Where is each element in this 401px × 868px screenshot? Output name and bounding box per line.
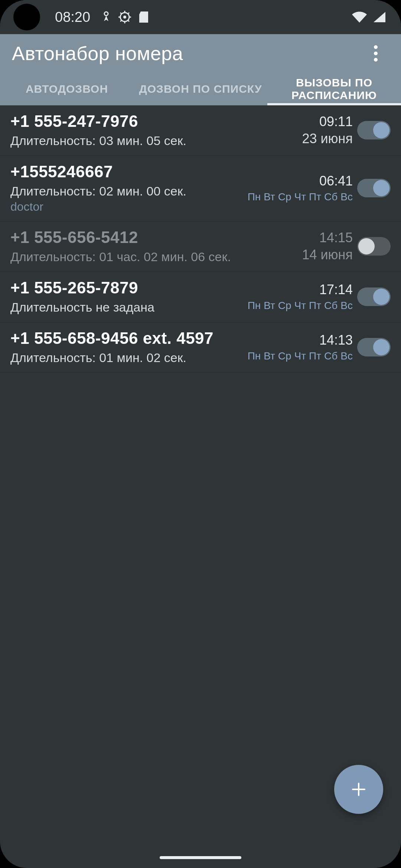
weekday-label: Вс: [340, 300, 353, 312]
status-time: 08:20: [55, 9, 90, 25]
tab-autodial[interactable]: АВТОДОЗВОН: [0, 73, 134, 105]
svg-line-7: [120, 13, 122, 14]
weekday-label: Чт: [294, 300, 306, 312]
schedule-row[interactable]: +1 555-656-5412Длительность: 01 час. 02 …: [0, 221, 401, 272]
phone-number: +1 555-658-9456 ext. 4597: [10, 329, 245, 348]
status-icons-left: [101, 10, 149, 24]
wifi-icon: [351, 11, 368, 23]
status-icons-right: [351, 11, 386, 23]
phone-number: +1 555-247-7976: [10, 112, 277, 131]
plus-icon: [350, 780, 368, 798]
settings-icon: [118, 10, 132, 24]
weekday-label: Пт: [309, 350, 321, 362]
enable-toggle[interactable]: [357, 338, 391, 356]
camera-cutout: [13, 4, 40, 30]
entry-tag: doctor: [10, 200, 245, 214]
schedule-time: 14:13: [319, 332, 353, 348]
weekday-label: Пт: [309, 300, 321, 312]
tab-label: АВТОДОЗВОН: [26, 83, 108, 96]
weekday-label: Пт: [309, 191, 321, 203]
tab-label: ВЫЗОВЫ ПО РАСПИСАНИЮ: [271, 76, 397, 102]
weekday-label: Чт: [294, 350, 306, 362]
call-duration: Длительность: 02 мин. 00 сек.: [10, 184, 245, 198]
toggle-knob: [373, 289, 389, 305]
call-duration: Длительность: 01 мин. 02 сек.: [10, 351, 245, 365]
schedule-date: 14 июня: [302, 247, 353, 263]
status-bar: 08:20: [0, 0, 401, 34]
weekday-label: Пн: [248, 191, 261, 203]
toggle-knob: [358, 238, 375, 254]
overflow-menu-button[interactable]: [362, 40, 389, 67]
schedule-weekdays: ПнВтСрЧтПтСбВс: [248, 300, 353, 312]
svg-line-8: [128, 20, 129, 22]
weekday-label: Сб: [324, 300, 338, 312]
weekday-label: Пн: [248, 350, 261, 362]
enable-toggle[interactable]: [357, 287, 391, 306]
toggle-knob: [373, 180, 389, 196]
app-bar: Автонабор номера: [0, 34, 401, 73]
phone-number: +1 555-656-5412: [10, 228, 277, 247]
add-schedule-fab[interactable]: [334, 765, 383, 814]
tab-list-dial[interactable]: ДОЗВОН ПО СПИСКУ: [134, 73, 267, 105]
cell-signal-icon: [373, 11, 386, 23]
schedule-row[interactable]: +1 555-265-7879Длительность не задана17:…: [0, 272, 401, 322]
schedule-time: 17:14: [319, 282, 353, 297]
gesture-nav-handle[interactable]: [160, 856, 241, 859]
call-duration: Длительность не задана: [10, 300, 245, 315]
toggle-knob: [373, 339, 389, 355]
phone-number: +1555246667: [10, 162, 245, 181]
weekday-label: Сб: [324, 350, 338, 362]
tab-bar: АВТОДОЗВОН ДОЗВОН ПО СПИСКУ ВЫЗОВЫ ПО РА…: [0, 73, 401, 105]
weekday-label: Ср: [278, 350, 291, 362]
schedule-weekdays: ПнВтСрЧтПтСбВс: [248, 350, 353, 362]
app-title: Автонабор номера: [12, 42, 183, 65]
schedule-row[interactable]: +1 555-658-9456 ext. 4597Длительность: 0…: [0, 322, 401, 373]
svg-point-11: [374, 45, 378, 49]
weekday-label: Пн: [248, 300, 261, 312]
svg-point-2: [123, 16, 126, 19]
enable-toggle[interactable]: [357, 179, 391, 197]
weekday-label: Вт: [264, 191, 275, 203]
tab-label: ДОЗВОН ПО СПИСКУ: [139, 83, 262, 96]
weekday-label: Вс: [340, 350, 353, 362]
toggle-knob: [373, 122, 389, 138]
weekday-label: Чт: [294, 191, 306, 203]
weekday-label: Сб: [324, 191, 338, 203]
schedule-time: 09:11: [319, 114, 353, 129]
call-duration: Длительность: 01 час. 02 мин. 06 сек.: [10, 250, 277, 264]
sd-card-icon: [138, 11, 149, 23]
schedule-weekdays: ПнВтСрЧтПтСбВс: [248, 191, 353, 203]
svg-point-0: [104, 12, 108, 16]
call-duration: Длительность: 03 мин. 05 сек.: [10, 134, 277, 148]
weekday-label: Вт: [264, 300, 275, 312]
svg-point-13: [374, 58, 378, 62]
scheduled-call-list[interactable]: +1 555-247-7976Длительность: 03 мин. 05 …: [0, 105, 401, 373]
enable-toggle[interactable]: [357, 237, 391, 256]
svg-point-12: [374, 52, 378, 55]
weekday-label: Ср: [278, 300, 291, 312]
more-vert-icon: [374, 45, 378, 62]
schedule-row[interactable]: +1 555-247-7976Длительность: 03 мин. 05 …: [0, 105, 401, 156]
schedule-date: 23 июня: [302, 131, 353, 147]
schedule-row[interactable]: +1555246667Длительность: 02 мин. 00 сек.…: [0, 156, 401, 221]
gesture-icon: [101, 11, 111, 23]
weekday-label: Вс: [340, 191, 353, 203]
enable-toggle[interactable]: [357, 121, 391, 139]
tab-scheduled-calls[interactable]: ВЫЗОВЫ ПО РАСПИСАНИЮ: [267, 73, 401, 105]
svg-line-9: [128, 13, 129, 14]
weekday-label: Вт: [264, 350, 275, 362]
phone-number: +1 555-265-7879: [10, 279, 245, 297]
weekday-label: Ср: [278, 191, 291, 203]
svg-line-10: [120, 20, 122, 22]
device-frame: 08:20: [0, 0, 401, 868]
schedule-time: 14:15: [319, 230, 353, 246]
schedule-time: 06:41: [319, 173, 353, 189]
